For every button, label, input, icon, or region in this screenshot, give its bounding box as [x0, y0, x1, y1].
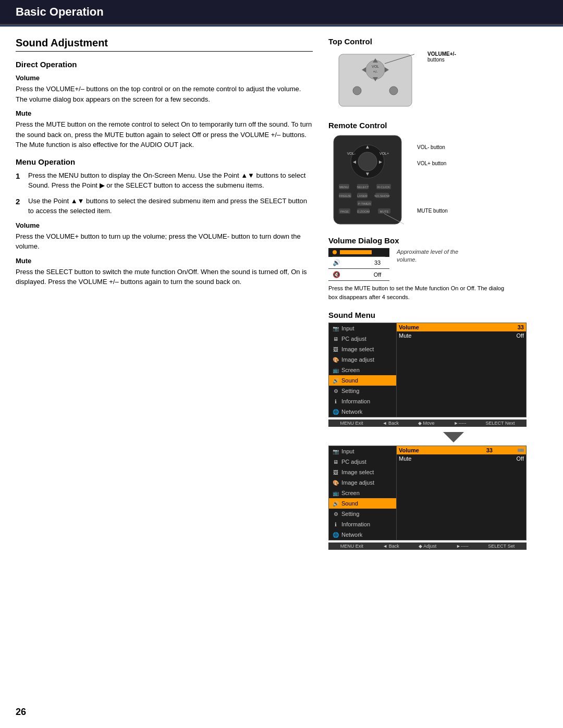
- svg-text:P-TIMER: P-TIMER: [358, 202, 371, 205]
- screen-icon-2: 📺: [332, 489, 339, 497]
- header-bar: Basic Operation: [0, 0, 563, 25]
- mute-text: Press the MUTE button on the remote cont…: [16, 119, 313, 150]
- volume-progress-bar: [495, 449, 516, 452]
- sm1-mute-row: Mute Off: [397, 331, 526, 340]
- step-1-text: Press the MENU button to display the On-…: [28, 170, 313, 191]
- sb1-next: SELECT Next: [486, 421, 515, 426]
- volume2-label: Volume: [16, 221, 313, 229]
- sound-menu-2: 📷Input 🖥PC adjust 🖼Image select 🎨Image a…: [328, 446, 527, 540]
- imgselect-icon-2: 🖼: [332, 468, 339, 476]
- sm1-header-label: Volume: [399, 324, 419, 330]
- sm1-mute-label: Mute: [399, 332, 411, 339]
- setting-icon-1: ⚙: [332, 387, 339, 394]
- sm2-input-label: Input: [341, 448, 354, 454]
- sm1-item-sound[interactable]: 🔊Sound◄: [329, 375, 396, 386]
- network-icon-2: 🌐: [332, 531, 339, 538]
- sm1-statusbar: MENU Exit ◄ Back ◆ Move ►----- SELECT Ne…: [328, 419, 527, 427]
- sm1-item-imageselect: 🖼Image select: [329, 344, 396, 354]
- svg-text:+/-: +/-: [373, 70, 378, 73]
- sm2-item-network: 🌐Network: [329, 529, 396, 540]
- volume-label: Volume: [16, 74, 313, 82]
- network-icon-1: 🌐: [332, 408, 339, 415]
- menu-operation-title: Menu Operation: [16, 157, 313, 166]
- volume-dialog-section: Volume Dialog Box 🔊 Volume 33: [328, 236, 547, 301]
- imgadjust-icon-2: 🎨: [332, 479, 339, 486]
- pcadjust-icon: 🖥: [332, 335, 339, 342]
- svg-text:▲: ▲: [365, 144, 370, 150]
- remote-control-title: Remote Control: [328, 121, 547, 130]
- sm2-header-label: Volume: [399, 447, 419, 453]
- sb1-back: ◄ Back: [383, 421, 399, 426]
- sm2-item-imageselect: 🖼Image select: [329, 467, 396, 477]
- input-icon: 📷: [332, 325, 339, 332]
- svg-text:VOL: VOL: [372, 65, 379, 68]
- sm1-screen-label: Screen: [341, 367, 360, 373]
- sm2-arrow: ◄: [387, 500, 393, 507]
- sm1-network-label: Network: [341, 409, 362, 415]
- sm1-pcadjust-label: PC adjust: [341, 336, 366, 342]
- sm1-header-value: 33: [518, 324, 524, 330]
- svg-text:MENU: MENU: [339, 186, 349, 189]
- page-number: 26: [16, 707, 26, 718]
- mute2-text: Press the SELECT button to switch the mu…: [16, 267, 313, 287]
- svg-text:D.ZOOM: D.ZOOM: [357, 210, 370, 213]
- sb2-adjust: ◆ Adjust: [419, 544, 436, 549]
- page-content: Sound Adjustment Direct Operation Volume…: [0, 27, 563, 570]
- mute-annotation: MUTE button: [417, 208, 448, 214]
- sb1-dash: ►-----: [454, 421, 467, 426]
- direct-operation-title: Direct Operation: [16, 60, 313, 69]
- step-2-text: Use the Point ▲▼ buttons to select the d…: [28, 196, 313, 216]
- sm2-item-imageadjust: 🎨Image adjust: [329, 477, 396, 488]
- sm1-input-label: Input: [341, 325, 354, 331]
- sound-icon-2: 🔊: [332, 500, 339, 507]
- sm1-imgadjust-label: Image adjust: [341, 356, 374, 363]
- sm1-item-imageadjust: 🎨Image adjust: [329, 354, 396, 365]
- sm2-statusbar: MENU Exit ◄ Back ◆ Adjust ►----- SELECT …: [328, 542, 527, 550]
- setting-icon-2: ⚙: [332, 510, 339, 517]
- sound-menu-title: Sound Menu: [328, 311, 547, 319]
- info-icon-1: ℹ: [332, 398, 339, 405]
- top-control-title: Top Control: [328, 37, 547, 46]
- volume2-text: Press the VOLUME+ button to turn up the …: [16, 231, 313, 252]
- vd-mute-value: Off: [370, 271, 385, 278]
- vd-volume-value: 33: [370, 259, 385, 266]
- down-arrow: [443, 432, 464, 442]
- sm2-item-pcadjust: 🖥PC adjust: [329, 456, 396, 467]
- sm2-setting-label: Setting: [341, 511, 359, 517]
- sm2-info-label: Information: [341, 521, 370, 527]
- sb1-move: ◆ Move: [418, 421, 435, 426]
- svg-text:◄: ◄: [352, 159, 357, 165]
- volume-dialog-box: 🔊 Volume 33 🔇 Mute Off: [328, 248, 389, 281]
- sm2-sound-label: Sound: [341, 500, 358, 507]
- sm1-item-info: ℹInformation: [329, 396, 396, 406]
- sm2-item-input: 📷Input: [329, 446, 396, 456]
- svg-text:PAGE: PAGE: [340, 210, 349, 213]
- sm2-item-sound[interactable]: 🔊Sound◄: [329, 498, 396, 509]
- top-control-section: Top Control VOL +/-: [328, 37, 547, 112]
- vd-mute-label: Mute: [345, 271, 365, 278]
- sm2-imgadjust-label: Image adjust: [341, 479, 374, 486]
- svg-text:NO.SHOW: NO.SHOW: [374, 194, 390, 198]
- vd-mute-icon: 🔇: [333, 271, 340, 278]
- remote-control-diagram: ▲ ▼ ◄ ► VOL- VOL+ MENU SELECT R-CLICK: [328, 133, 412, 227]
- sm2-left: 📷Input 🖥PC adjust 🖼Image select 🎨Image a…: [329, 446, 397, 540]
- sb2-exit: MENU Exit: [340, 544, 363, 549]
- svg-point-13: [358, 152, 377, 171]
- sm2-header-row: Volume 33: [397, 446, 526, 454]
- sound-menu-section: Sound Menu 📷Input 🖥PC adjust 🖼Image sele…: [328, 311, 547, 550]
- left-column: Sound Adjustment Direct Operation Volume…: [16, 37, 313, 559]
- vd-volume-label: Volume: [345, 259, 365, 266]
- svg-text:►: ►: [378, 159, 383, 165]
- sm2-header-value: 33: [486, 447, 524, 453]
- sm2-pcadjust-label: PC adjust: [341, 459, 366, 465]
- sm1-item-network: 🌐Network: [329, 406, 396, 417]
- svg-text:VOL+: VOL+: [380, 152, 389, 155]
- svg-text:SELECT: SELECT: [357, 186, 369, 189]
- step-number-2: 2: [16, 196, 24, 216]
- step-1: 1 Press the MENU button to display the O…: [16, 170, 313, 191]
- sb1-exit: MENU Exit: [340, 421, 363, 426]
- section-title: Sound Adjustment: [16, 37, 313, 52]
- sb2-dash: ►-----: [456, 544, 469, 549]
- sb2-set: SELECT Set: [488, 544, 515, 549]
- header-title: Basic Operation: [16, 5, 547, 19]
